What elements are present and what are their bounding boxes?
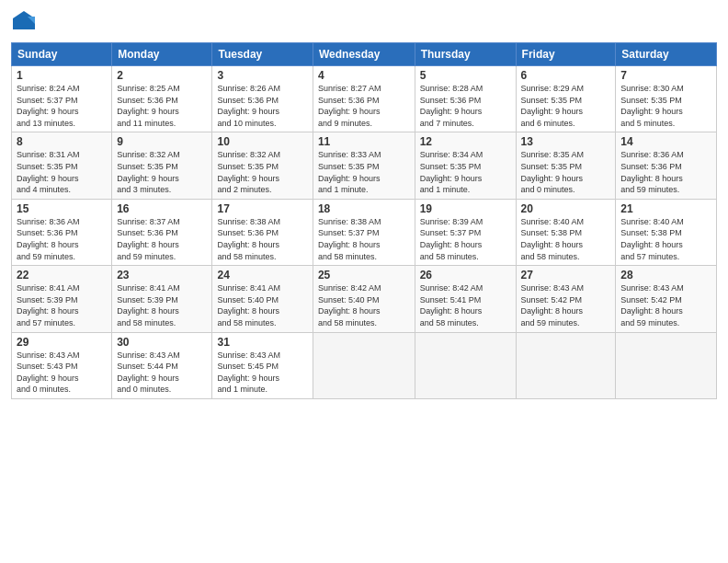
calendar-week-4: 22Sunrise: 8:41 AMSunset: 5:39 PMDayligh… <box>12 266 717 332</box>
day-info: Sunrise: 8:41 AMSunset: 5:39 PMDaylight:… <box>117 283 180 327</box>
calendar-day-12: 12Sunrise: 8:34 AMSunset: 5:35 PMDayligh… <box>415 132 516 199</box>
day-number: 1 <box>17 69 107 82</box>
day-info: Sunrise: 8:31 AMSunset: 5:35 PMDaylight:… <box>17 150 80 194</box>
calendar-day-29: 29Sunrise: 8:43 AMSunset: 5:43 PMDayligh… <box>12 332 112 398</box>
calendar-week-2: 8Sunrise: 8:31 AMSunset: 5:35 PMDaylight… <box>12 132 717 199</box>
calendar-day-19: 19Sunrise: 8:39 AMSunset: 5:37 PMDayligh… <box>415 199 516 265</box>
calendar-day-16: 16Sunrise: 8:37 AMSunset: 5:36 PMDayligh… <box>112 199 212 265</box>
day-info: Sunrise: 8:34 AMSunset: 5:35 PMDaylight:… <box>420 150 483 194</box>
calendar-header-monday: Monday <box>112 43 212 66</box>
calendar-day-6: 6Sunrise: 8:29 AMSunset: 5:35 PMDaylight… <box>516 66 616 132</box>
day-info: Sunrise: 8:36 AMSunset: 5:36 PMDaylight:… <box>17 217 80 261</box>
day-info: Sunrise: 8:32 AMSunset: 5:35 PMDaylight:… <box>217 150 280 194</box>
calendar-day-empty <box>616 332 717 398</box>
day-number: 23 <box>117 269 207 282</box>
day-number: 6 <box>521 69 611 82</box>
day-number: 9 <box>117 135 207 148</box>
day-number: 18 <box>318 202 410 215</box>
day-number: 4 <box>318 69 410 82</box>
day-info: Sunrise: 8:39 AMSunset: 5:37 PMDaylight:… <box>420 217 483 261</box>
calendar-day-empty <box>415 332 516 398</box>
day-number: 12 <box>420 135 511 148</box>
calendar-day-empty <box>516 332 616 398</box>
calendar-table: SundayMondayTuesdayWednesdayThursdayFrid… <box>11 42 717 399</box>
calendar-day-30: 30Sunrise: 8:43 AMSunset: 5:44 PMDayligh… <box>112 332 212 398</box>
day-info: Sunrise: 8:42 AMSunset: 5:40 PMDaylight:… <box>318 283 381 327</box>
day-number: 26 <box>420 269 511 282</box>
day-info: Sunrise: 8:41 AMSunset: 5:39 PMDaylight:… <box>17 283 80 327</box>
day-number: 20 <box>521 202 611 215</box>
day-info: Sunrise: 8:42 AMSunset: 5:41 PMDaylight:… <box>420 283 483 327</box>
day-info: Sunrise: 8:35 AMSunset: 5:35 PMDaylight:… <box>521 150 585 194</box>
day-number: 14 <box>620 135 711 148</box>
day-info: Sunrise: 8:43 AMSunset: 5:43 PMDaylight:… <box>17 350 80 395</box>
day-number: 5 <box>420 69 511 82</box>
day-info: Sunrise: 8:41 AMSunset: 5:40 PMDaylight:… <box>217 283 280 327</box>
calendar-day-24: 24Sunrise: 8:41 AMSunset: 5:40 PMDayligh… <box>212 266 313 332</box>
calendar-day-3: 3Sunrise: 8:26 AMSunset: 5:36 PMDaylight… <box>212 66 313 132</box>
day-info: Sunrise: 8:25 AMSunset: 5:36 PMDaylight:… <box>117 84 180 128</box>
calendar-week-5: 29Sunrise: 8:43 AMSunset: 5:43 PMDayligh… <box>12 332 717 398</box>
day-info: Sunrise: 8:40 AMSunset: 5:38 PMDaylight:… <box>620 217 684 261</box>
calendar-day-23: 23Sunrise: 8:41 AMSunset: 5:39 PMDayligh… <box>112 266 212 332</box>
day-info: Sunrise: 8:40 AMSunset: 5:38 PMDaylight:… <box>521 217 585 261</box>
calendar-header-thursday: Thursday <box>415 43 516 66</box>
day-number: 13 <box>521 135 611 148</box>
page-header <box>11 9 717 35</box>
calendar-day-31: 31Sunrise: 8:43 AMSunset: 5:45 PMDayligh… <box>212 332 313 398</box>
day-number: 30 <box>117 336 207 349</box>
day-number: 22 <box>17 269 107 282</box>
calendar-header-wednesday: Wednesday <box>313 43 415 66</box>
calendar-day-21: 21Sunrise: 8:40 AMSunset: 5:38 PMDayligh… <box>616 199 717 265</box>
calendar-day-22: 22Sunrise: 8:41 AMSunset: 5:39 PMDayligh… <box>12 266 112 332</box>
calendar-day-10: 10Sunrise: 8:32 AMSunset: 5:35 PMDayligh… <box>212 132 313 199</box>
day-info: Sunrise: 8:43 AMSunset: 5:42 PMDaylight:… <box>620 283 684 327</box>
day-number: 31 <box>217 336 307 349</box>
calendar-header-friday: Friday <box>516 43 616 66</box>
day-number: 3 <box>217 69 307 82</box>
day-number: 16 <box>117 202 207 215</box>
calendar-day-1: 1Sunrise: 8:24 AMSunset: 5:37 PMDaylight… <box>12 66 112 132</box>
calendar-day-28: 28Sunrise: 8:43 AMSunset: 5:42 PMDayligh… <box>616 266 717 332</box>
calendar-day-17: 17Sunrise: 8:38 AMSunset: 5:36 PMDayligh… <box>212 199 313 265</box>
calendar-day-20: 20Sunrise: 8:40 AMSunset: 5:38 PMDayligh… <box>516 199 616 265</box>
calendar-header-row: SundayMondayTuesdayWednesdayThursdayFrid… <box>12 43 717 66</box>
calendar-day-7: 7Sunrise: 8:30 AMSunset: 5:35 PMDaylight… <box>616 66 717 132</box>
day-number: 29 <box>17 336 107 349</box>
calendar-day-18: 18Sunrise: 8:38 AMSunset: 5:37 PMDayligh… <box>313 199 415 265</box>
calendar-day-14: 14Sunrise: 8:36 AMSunset: 5:36 PMDayligh… <box>616 132 717 199</box>
day-info: Sunrise: 8:43 AMSunset: 5:44 PMDaylight:… <box>117 350 180 395</box>
calendar-day-27: 27Sunrise: 8:43 AMSunset: 5:42 PMDayligh… <box>516 266 616 332</box>
calendar-day-empty <box>313 332 415 398</box>
day-info: Sunrise: 8:38 AMSunset: 5:36 PMDaylight:… <box>217 217 280 261</box>
calendar-header-saturday: Saturday <box>616 43 717 66</box>
calendar-day-15: 15Sunrise: 8:36 AMSunset: 5:36 PMDayligh… <box>12 199 112 265</box>
day-info: Sunrise: 8:37 AMSunset: 5:36 PMDaylight:… <box>117 217 180 261</box>
calendar-day-2: 2Sunrise: 8:25 AMSunset: 5:36 PMDaylight… <box>112 66 212 132</box>
calendar-day-13: 13Sunrise: 8:35 AMSunset: 5:35 PMDayligh… <box>516 132 616 199</box>
logo-icon <box>11 9 37 35</box>
day-info: Sunrise: 8:24 AMSunset: 5:37 PMDaylight:… <box>17 84 80 128</box>
logo <box>11 9 40 35</box>
day-info: Sunrise: 8:43 AMSunset: 5:45 PMDaylight:… <box>217 350 280 395</box>
day-number: 24 <box>217 269 307 282</box>
calendar-day-9: 9Sunrise: 8:32 AMSunset: 5:35 PMDaylight… <box>112 132 212 199</box>
calendar-header-tuesday: Tuesday <box>212 43 313 66</box>
day-number: 25 <box>318 269 410 282</box>
day-number: 17 <box>217 202 307 215</box>
calendar-day-11: 11Sunrise: 8:33 AMSunset: 5:35 PMDayligh… <box>313 132 415 199</box>
day-number: 19 <box>420 202 511 215</box>
day-info: Sunrise: 8:36 AMSunset: 5:36 PMDaylight:… <box>620 150 684 194</box>
day-info: Sunrise: 8:28 AMSunset: 5:36 PMDaylight:… <box>420 84 483 128</box>
day-info: Sunrise: 8:26 AMSunset: 5:36 PMDaylight:… <box>217 84 280 128</box>
day-number: 10 <box>217 135 307 148</box>
calendar-week-3: 15Sunrise: 8:36 AMSunset: 5:36 PMDayligh… <box>12 199 717 265</box>
calendar-day-5: 5Sunrise: 8:28 AMSunset: 5:36 PMDaylight… <box>415 66 516 132</box>
calendar-week-1: 1Sunrise: 8:24 AMSunset: 5:37 PMDaylight… <box>12 66 717 132</box>
day-info: Sunrise: 8:38 AMSunset: 5:37 PMDaylight:… <box>318 217 381 261</box>
day-number: 2 <box>117 69 207 82</box>
day-info: Sunrise: 8:27 AMSunset: 5:36 PMDaylight:… <box>318 84 381 128</box>
day-number: 11 <box>318 135 410 148</box>
day-number: 8 <box>17 135 107 148</box>
day-number: 21 <box>620 202 711 215</box>
